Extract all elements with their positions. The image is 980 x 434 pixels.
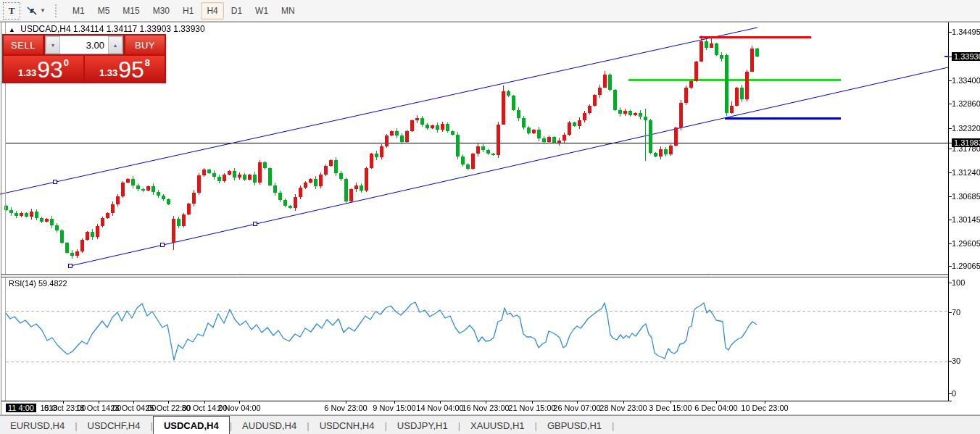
time-label: 2 Nov 04:00 bbox=[217, 404, 260, 412]
timeframe-button-h1[interactable]: H1 bbox=[177, 2, 199, 20]
price-label: 1.30685 bbox=[952, 192, 980, 201]
price-label: 1.34495 bbox=[952, 28, 980, 36]
time-label: 14 Nov 04:00 bbox=[416, 404, 463, 412]
buy-price-box[interactable]: 1.33 95 8 bbox=[85, 56, 165, 82]
price-label: 1.31240 bbox=[952, 168, 980, 177]
symbol-period-label: USDCAD,H4 bbox=[20, 24, 70, 34]
cursor-arrows-icon[interactable]: ▼ bbox=[23, 3, 48, 19]
rsi-scale-label: 30 bbox=[952, 356, 960, 365]
volume-spinner: ▼ 3.00 ▲ bbox=[45, 36, 123, 54]
price-label: 1.29605 bbox=[952, 239, 980, 248]
chart-title: ▲ USDCAD,H4 1.34114 1.34117 1.33903 1.33… bbox=[9, 24, 205, 34]
toolbar-grip bbox=[55, 4, 60, 17]
tab-separator: | bbox=[612, 416, 614, 434]
timeframe-button-h4[interactable]: H4 bbox=[201, 2, 223, 20]
time-label: 6 Nov 23:00 bbox=[324, 404, 367, 412]
price-label: 1.30145 bbox=[952, 215, 980, 224]
timeframe-button-m5[interactable]: M5 bbox=[92, 2, 116, 20]
rsi-scale-label: 70 bbox=[952, 308, 960, 317]
tab-usdcad-h4[interactable]: USDCAD,H4 bbox=[153, 416, 230, 434]
time-label: 16 Nov 23:00 bbox=[462, 404, 509, 412]
time-label: 10 Dec 23:00 bbox=[741, 404, 788, 412]
rsi-scale-label: 0 bbox=[952, 389, 956, 398]
buy-button[interactable]: BUY bbox=[125, 36, 165, 54]
collapse-arrow-icon[interactable]: ▲ bbox=[9, 26, 15, 33]
timeframe-button-d1[interactable]: D1 bbox=[225, 2, 248, 20]
sell-button[interactable]: SELL bbox=[4, 36, 43, 54]
sell-price-prefix: 1.33 bbox=[18, 67, 36, 78]
time-axis-cursor-label: 11 4:00 bbox=[6, 404, 36, 412]
ohlc-values: 1.34114 1.34117 1.33903 1.33930 bbox=[73, 24, 205, 34]
buy-price-sup: 8 bbox=[145, 57, 150, 68]
volume-decrease-button[interactable]: ▼ bbox=[46, 36, 60, 54]
volume-increase-button[interactable]: ▲ bbox=[108, 36, 122, 54]
price-label: 1.29065 bbox=[952, 262, 980, 270]
rsi-name: RSI(14) bbox=[9, 279, 36, 288]
timeframe-buttons: M1M5M15M30H1H4D1W1MN bbox=[66, 2, 302, 20]
tab-gbpusd-h1[interactable]: GBPUSD,H1 bbox=[537, 416, 612, 434]
price-label: 1.32320 bbox=[952, 124, 980, 133]
rsi-indicator-label: RSI(14) 59.4822 bbox=[9, 279, 67, 288]
volume-input[interactable]: 3.00 bbox=[60, 36, 108, 54]
buy-price-prefix: 1.33 bbox=[99, 67, 117, 78]
timeframe-button-w1[interactable]: W1 bbox=[249, 2, 274, 20]
rsi-scale-label: 100 bbox=[952, 278, 965, 287]
tab-usdcnh-h4[interactable]: USDCNH,H4 bbox=[310, 416, 385, 434]
time-label: 9 Nov 15:00 bbox=[373, 404, 415, 412]
sell-price-sup: 0 bbox=[64, 57, 69, 68]
timeframe-button-mn[interactable]: MN bbox=[275, 2, 301, 20]
price-label-highlighted: 1.33930 bbox=[952, 52, 980, 61]
timeframe-button-m30[interactable]: M30 bbox=[147, 2, 175, 20]
price-label: 1.31780 bbox=[952, 144, 980, 153]
price-label: 1.33400 bbox=[952, 76, 980, 85]
toolbar: T ▼ M1M5M15M30H1H4D1W1MN bbox=[0, 0, 980, 22]
price-label: 1.32860 bbox=[952, 99, 980, 108]
time-label: 3 Dec 15:00 bbox=[649, 404, 692, 412]
sell-price-box[interactable]: 1.33 93 0 bbox=[4, 56, 83, 82]
time-label: 28 Nov 23:00 bbox=[599, 404, 647, 412]
time-label: 26 Nov 07:00 bbox=[553, 404, 600, 412]
time-label: 6 Dec 04:00 bbox=[694, 404, 737, 412]
sell-price-big: 93 bbox=[37, 59, 63, 80]
mt4-window: T ▼ M1M5M15M30H1H4D1W1MN ▲ USDCAD,H4 1.3… bbox=[0, 0, 980, 434]
rsi-value: 59.4822 bbox=[38, 279, 67, 288]
one-click-trading-panel: SELL ▼ 3.00 ▲ BUY 1.33 93 0 1.33 95 8 bbox=[2, 34, 166, 83]
tab-eurusd-h4[interactable]: EURUSD,H4 bbox=[0, 416, 75, 434]
tab-usdchf-h4[interactable]: USDCHF,H4 bbox=[78, 416, 151, 434]
dropdown-caret-icon: ▼ bbox=[40, 7, 46, 14]
chart-tab-bar: EURUSD,H4|USDCHF,H4|USDCAD,H4|AUDUSD,H4|… bbox=[0, 415, 980, 434]
tab-audusd-h4[interactable]: AUDUSD,H4 bbox=[232, 416, 307, 434]
tab-usdjpy-h1[interactable]: USDJPY,H1 bbox=[387, 416, 458, 434]
tab-xauusd-h1[interactable]: XAUUSD,H1 bbox=[460, 416, 534, 434]
timeframe-button-m15[interactable]: M15 bbox=[117, 2, 145, 20]
time-label: 21 Nov 15:00 bbox=[508, 404, 555, 412]
timeframe-button-m1[interactable]: M1 bbox=[67, 2, 91, 20]
buy-price-big: 95 bbox=[118, 59, 144, 80]
text-tool-button[interactable]: T bbox=[3, 2, 20, 20]
